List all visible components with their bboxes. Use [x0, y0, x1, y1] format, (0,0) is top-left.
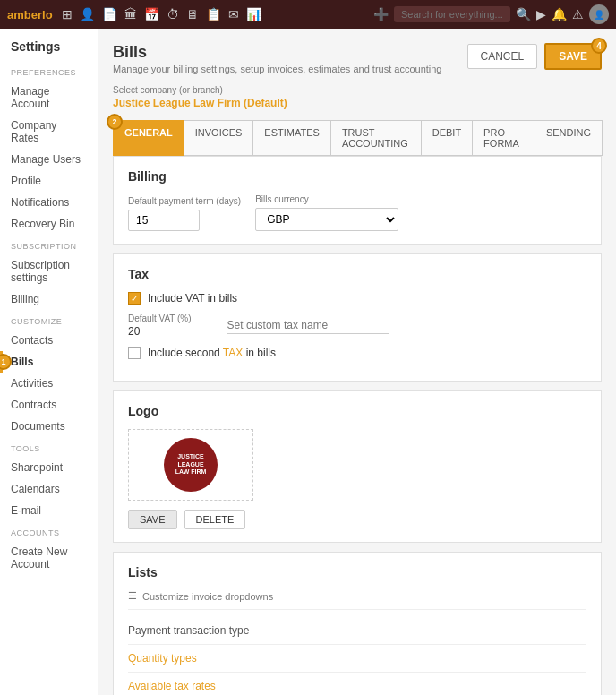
sidebar-section-tools: TOOLS	[0, 437, 98, 457]
sidebar: Settings PREFERENCES Manage Account Comp…	[0, 29, 98, 695]
tab-debit[interactable]: DEBIT	[421, 120, 473, 156]
logo-panel: Logo JUSTICELEAGUELAW FIRM SAVE DELETE	[113, 390, 602, 543]
user-icon[interactable]: 👤	[80, 7, 95, 21]
clock-icon[interactable]: ⏱	[167, 7, 179, 21]
second-tax-checkbox[interactable]	[128, 347, 141, 359]
customize-row: ☰ Customize invoice dropdowns	[128, 590, 586, 610]
custom-tax-input[interactable]	[227, 317, 389, 334]
search-icon[interactable]: 🔍	[516, 7, 531, 21]
vat-label: Default VAT (%)	[128, 313, 192, 323]
second-tax-link[interactable]: TAX	[223, 347, 243, 359]
navbar: amberlo ⊞ 👤 📄 🏛 📅 ⏱ 🖥 📋 ✉ 📊 ➕ 🔍 ▶ 🔔 ⚠ 👤	[0, 0, 616, 29]
sidebar-item-manage-users[interactable]: Manage Users	[0, 149, 98, 170]
search-input[interactable]	[394, 6, 510, 22]
save-button[interactable]: SAVE 4	[544, 43, 602, 70]
cancel-button[interactable]: CANCEL	[467, 44, 538, 69]
logo-circle: JUSTICELEAGUELAW FIRM	[164, 438, 218, 492]
sidebar-item-notifications[interactable]: Notifications	[0, 192, 98, 213]
sidebar-item-bills[interactable]: 1 Bills	[0, 351, 98, 373]
include-vat-row: ✓ Include VAT in bills	[128, 292, 586, 305]
include-vat-label: Include VAT in bills	[148, 292, 237, 305]
logo: amberlo	[7, 8, 53, 21]
sidebar-item-subscription-settings[interactable]: Subscription settings	[0, 254, 98, 288]
header-left: Bills Manage your billing settings, setu…	[113, 43, 441, 74]
file-icon[interactable]: 📄	[102, 7, 117, 21]
tab-general[interactable]: 2 GENERAL	[113, 120, 184, 156]
doc-icon[interactable]: 📋	[206, 7, 221, 21]
logo-delete-button[interactable]: DELETE	[184, 510, 246, 529]
tax-rates-link[interactable]: Available tax rates	[128, 680, 216, 692]
tab-trust-accounting[interactable]: TRUST ACCOUNTING	[330, 120, 422, 156]
payment-term-label: Default payment term (days)	[128, 196, 241, 206]
sidebar-item-manage-account[interactable]: Manage Account	[0, 81, 98, 115]
vat-value: 20	[128, 325, 192, 338]
alert-icon[interactable]: ⚠	[572, 7, 584, 21]
sidebar-title: Settings	[0, 39, 98, 61]
content-area: Bills Manage your billing settings, setu…	[98, 29, 616, 695]
avatar[interactable]: 👤	[589, 4, 609, 24]
chart-icon[interactable]: 📊	[246, 7, 261, 21]
tab-general-badge: 2	[107, 114, 123, 130]
main-layout: Settings PREFERENCES Manage Account Comp…	[0, 29, 616, 695]
page-subtitle: Manage your billing settings, setup invo…	[113, 64, 441, 74]
bank-icon[interactable]: 🏛	[124, 7, 137, 21]
lists-panel: Lists ☰ Customize invoice dropdowns Paym…	[113, 552, 602, 695]
list-item-quantity[interactable]: Quantity types	[128, 645, 586, 673]
sidebar-section-preferences: PREFERENCES	[0, 61, 98, 81]
logo-box: JUSTICELEAGUELAW FIRM	[128, 429, 253, 501]
play-icon[interactable]: ▶	[536, 7, 546, 21]
calendar-icon[interactable]: 📅	[144, 7, 159, 21]
second-tax-row: Include second TAX in bills	[128, 347, 586, 359]
page-title: Bills	[113, 43, 441, 62]
company-row: Select company (or branch) Justice Leagu…	[113, 85, 602, 109]
company-name[interactable]: Justice League Law Firm (Default)	[113, 97, 287, 109]
sidebar-item-company-rates[interactable]: Company Rates	[0, 115, 98, 149]
list-item-tax-rates[interactable]: Available tax rates	[128, 673, 586, 695]
bills-badge: 1	[0, 354, 12, 370]
list-icon: ☰	[128, 590, 137, 602]
currency-select[interactable]: GBP USD EUR	[255, 208, 398, 231]
tab-estimates[interactable]: ESTIMATES	[252, 120, 331, 156]
sidebar-item-contracts[interactable]: Contracts	[0, 394, 98, 416]
sidebar-item-calendars[interactable]: Calendars	[0, 478, 98, 500]
bell-icon[interactable]: 🔔	[552, 7, 567, 21]
sidebar-item-recovery-bin[interactable]: Recovery Bin	[0, 213, 98, 235]
header-actions: CANCEL SAVE 4	[467, 43, 602, 70]
sidebar-item-create-account[interactable]: Create New Account	[0, 541, 98, 575]
logo-save-button[interactable]: SAVE	[128, 510, 177, 529]
navbar-icons: ⊞ 👤 📄 🏛 📅 ⏱ 🖥 📋 ✉ 📊	[62, 7, 368, 21]
sidebar-item-profile[interactable]: Profile	[0, 170, 98, 192]
sidebar-item-activities[interactable]: Activities	[0, 373, 98, 394]
tab-sending[interactable]: SENDING	[535, 120, 603, 156]
customize-label: Customize invoice dropdowns	[142, 591, 273, 602]
list-item-payment[interactable]: Payment transaction type	[128, 617, 586, 645]
sidebar-item-contacts[interactable]: Contacts	[0, 330, 98, 351]
include-vat-checkbox[interactable]: ✓	[128, 292, 141, 305]
second-tax-label: Include second TAX in bills	[148, 347, 276, 359]
plus-icon[interactable]: ➕	[373, 7, 389, 21]
sidebar-item-documents[interactable]: Documents	[0, 416, 98, 437]
tabs-bar: 2 GENERAL INVOICES ESTIMATES TRUST ACCOU…	[113, 120, 602, 156]
payment-term-input[interactable]	[128, 210, 200, 231]
mail-icon[interactable]: ✉	[228, 7, 239, 21]
lists-title: Lists	[128, 565, 586, 579]
sidebar-item-sharepoint[interactable]: Sharepoint	[0, 457, 98, 478]
content-header: Bills Manage your billing settings, setu…	[113, 43, 602, 74]
tab-invoices[interactable]: INVOICES	[184, 120, 254, 156]
navbar-right: ➕ 🔍 ▶ 🔔 ⚠ 👤	[373, 4, 609, 24]
sidebar-section-subscription: SUBSCRIPTION	[0, 235, 98, 254]
tab-pro-forma[interactable]: PRO FORMA	[472, 120, 535, 156]
company-label: Select company (or branch)	[113, 85, 287, 95]
sidebar-item-email[interactable]: E-mail	[0, 500, 98, 521]
sidebar-item-billing[interactable]: Billing	[0, 288, 98, 310]
save-badge: 4	[591, 38, 607, 54]
company-selector: Select company (or branch) Justice Leagu…	[113, 85, 287, 109]
currency-label: Bills currency	[255, 194, 398, 204]
quantity-types-link[interactable]: Quantity types	[128, 652, 197, 665]
sidebar-section-customize: CUSTOMIZE	[0, 310, 98, 330]
grid-icon[interactable]: ⊞	[62, 7, 73, 21]
tax-title: Tax	[128, 267, 586, 281]
logo-actions: SAVE DELETE	[128, 510, 586, 529]
currency-group: Bills currency GBP USD EUR	[255, 194, 398, 231]
monitor-icon[interactable]: 🖥	[186, 7, 199, 21]
